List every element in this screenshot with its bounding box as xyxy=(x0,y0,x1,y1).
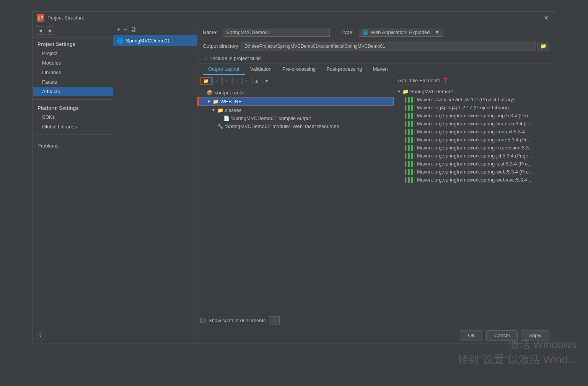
layout-up-button[interactable]: ▲ xyxy=(252,77,261,85)
avail-item-3[interactable]: ▌▌▌ Maven: org.springframework:spring-be… xyxy=(394,120,555,128)
artifact-icon: 🌐 xyxy=(117,37,124,44)
maven-icon-6: ▌▌▌ xyxy=(405,145,415,151)
tree-label-output-root: <output root> xyxy=(214,90,244,96)
tab-output-layout[interactable]: Output Layout xyxy=(203,64,245,75)
output-root-icon: 📦 xyxy=(207,90,213,96)
avail-group-springmvcdemo01[interactable]: ▼ 📁 SpringMVCDemo01 xyxy=(394,88,555,96)
output-dir-label: Output directory: xyxy=(203,43,239,49)
available-help-icon[interactable]: ❓ xyxy=(442,78,448,83)
include-in-build-checkbox[interactable] xyxy=(203,56,208,61)
layout-remove-button[interactable]: − xyxy=(232,77,241,85)
tab-validation[interactable]: Validation xyxy=(245,64,277,75)
sidebar-item-artifacts[interactable]: Artifacts xyxy=(33,87,113,96)
layout-down-button[interactable]: ▼ xyxy=(262,77,271,85)
sidebar-item-modules[interactable]: Modules xyxy=(33,58,113,68)
layout-sort-button[interactable]: ↕ xyxy=(242,77,251,85)
output-dir-row: Output directory: 📁 xyxy=(197,39,555,53)
avail-item-label-5: Maven: org.springframework:spring-core:5… xyxy=(417,137,531,143)
window-body: ◀ ▶ Project Settings Project Modules Lib… xyxy=(33,24,555,344)
tree-item-compile-output[interactable]: 📄 'SpringMVCDemo01' compile output xyxy=(197,114,394,122)
webinf-icon: 📁 xyxy=(213,99,219,104)
project-settings-header: Project Settings xyxy=(33,37,113,49)
classes-arrow[interactable]: ▼ xyxy=(211,108,216,112)
sidebar-item-facets[interactable]: Facets xyxy=(33,77,113,87)
tree-item-classes[interactable]: ▼ 📁 classes xyxy=(197,106,394,114)
close-button[interactable]: ✕ xyxy=(541,13,551,22)
layout-tree-panel: 📁 ≡ + − ↕ ▲ ▼ 📦 <output root> xyxy=(197,75,394,327)
sidebar-item-libraries[interactable]: Libraries xyxy=(33,68,113,77)
tree-item-webinf[interactable]: ▼ 📁 WEB-INF xyxy=(197,97,394,106)
layout-tree: 📦 <output root> ▼ 📁 WEB-INF ▼ 📁 xyxy=(197,87,394,314)
layout-add-button[interactable]: + xyxy=(222,77,231,85)
avail-item-2[interactable]: ▌▌▌ Maven: org.springframework:spring-ao… xyxy=(394,112,555,120)
svg-rect-0 xyxy=(38,16,40,18)
cancel-button[interactable]: Cancel xyxy=(486,330,518,341)
artifact-item-springmvcdemo01[interactable]: 🌐 SpringMVCDemo01 xyxy=(113,35,197,46)
tabs-bar: Output Layout Validation Pre-processing … xyxy=(197,64,555,75)
back-button[interactable]: ◀ xyxy=(36,26,44,35)
avail-item-1[interactable]: ▌▌▌ Maven: log4j:log4j:1.2.17 (Project L… xyxy=(394,104,555,112)
maven-icon-0: ▌▌▌ xyxy=(405,97,415,102)
tree-item-output-root[interactable]: 📦 <output root> xyxy=(197,89,394,97)
type-value: Web Application: Exploded xyxy=(371,29,430,35)
avail-item-8[interactable]: ▌▌▌ Maven: org.springframework:spring-te… xyxy=(394,160,555,168)
tree-label-classes: classes xyxy=(225,107,241,113)
sidebar-item-global-libraries[interactable]: Global Libraries xyxy=(33,122,113,131)
svg-rect-3 xyxy=(41,18,43,20)
tab-maven[interactable]: Maven xyxy=(367,64,393,75)
output-dir-input[interactable] xyxy=(241,42,536,50)
add-artifact-button[interactable]: + xyxy=(116,26,122,33)
sidebar-item-sdks[interactable]: SDKs xyxy=(33,112,113,122)
tab-pre-processing[interactable]: Pre-processing xyxy=(277,64,321,75)
copy-artifact-button[interactable]: ⿻ xyxy=(129,26,138,33)
compile-icon: 📄 xyxy=(223,115,230,121)
avail-group-icon: 📁 xyxy=(402,89,409,94)
ok-button[interactable]: OK xyxy=(460,330,483,341)
avail-item-label-3: Maven: org.springframework:spring-beans:… xyxy=(417,121,533,127)
sidebar-item-project[interactable]: Project xyxy=(33,49,113,58)
layout-bottom-bar: Show content of elements ... xyxy=(197,314,394,327)
webinf-arrow[interactable]: ▼ xyxy=(207,99,211,104)
artifact-list-panel: + − ⿻ 🌐 SpringMVCDemo01 xyxy=(113,24,197,344)
sidebar-divider xyxy=(33,99,113,100)
artifact-item-label: SpringMVCDemo01 xyxy=(126,38,170,44)
main-content: Name: Type: 🌐 Web Application: Exploded … xyxy=(197,24,555,344)
create-dir-button[interactable]: 📁 xyxy=(200,77,212,85)
bottom-bar: OK Cancel Apply xyxy=(197,327,555,344)
name-type-row: Name: Type: 🌐 Web Application: Exploded … xyxy=(197,24,555,39)
maven-icon-2: ▌▌▌ xyxy=(405,113,415,118)
classes-icon: 📁 xyxy=(217,107,223,113)
maven-icon-5: ▌▌▌ xyxy=(405,137,415,143)
web-facet-icon: 🔧 xyxy=(217,123,223,129)
tree-item-web-facet[interactable]: 🔧 'SpringMVCDemo01' module: 'Web' facet … xyxy=(197,122,394,130)
avail-item-label-9: Maven: org.springframework:spring-web:5.… xyxy=(417,169,533,175)
avail-item-label-4: Maven: org.springframework:spring-contex… xyxy=(417,129,531,135)
avail-item-label-6: Maven: org.springframework:spring-expres… xyxy=(417,145,533,151)
forward-button[interactable]: ▶ xyxy=(46,26,54,35)
type-select[interactable]: 🌐 Web Application: Exploded ▼ xyxy=(359,28,443,37)
avail-item-6[interactable]: ▌▌▌ Maven: org.springframework:spring-ex… xyxy=(394,144,555,152)
available-elements-label: Available Elements xyxy=(398,78,440,83)
output-dir-browse-button[interactable]: 📁 xyxy=(538,42,549,50)
apply-button[interactable]: Apply xyxy=(521,330,549,341)
include-in-build-row: Include in project build xyxy=(197,53,555,64)
maven-icon-3: ▌▌▌ xyxy=(405,121,415,127)
maven-icon-7: ▌▌▌ xyxy=(405,153,415,159)
avail-item-10[interactable]: ▌▌▌ Maven: org.springframework:spring-we… xyxy=(394,176,555,184)
available-elements-header: Available Elements ❓ xyxy=(394,75,555,86)
show-content-options-button[interactable]: ... xyxy=(269,316,280,324)
help-button[interactable]: ? xyxy=(36,332,44,341)
name-input[interactable] xyxy=(223,28,330,37)
avail-item-0[interactable]: ▌▌▌ Maven: javax.servlet:jstl:1.2 (Proje… xyxy=(394,96,555,104)
avail-item-9[interactable]: ▌▌▌ Maven: org.springframework:spring-we… xyxy=(394,168,555,176)
remove-artifact-button[interactable]: − xyxy=(122,26,129,33)
layout-bars-button[interactable]: ≡ xyxy=(212,77,222,85)
tree-label-compile-output: 'SpringMVCDemo01' compile output xyxy=(231,115,311,121)
avail-item-7[interactable]: ▌▌▌ Maven: org.springframework:spring-jc… xyxy=(394,152,555,160)
tab-post-processing[interactable]: Post-processing xyxy=(321,64,367,75)
show-content-checkbox[interactable] xyxy=(200,318,205,323)
avail-item-5[interactable]: ▌▌▌ Maven: org.springframework:spring-co… xyxy=(394,136,555,144)
sidebar-item-problems[interactable]: Problems xyxy=(33,141,113,151)
avail-item-4[interactable]: ▌▌▌ Maven: org.springframework:spring-co… xyxy=(394,128,555,136)
tree-label-webinf: WEB-INF xyxy=(220,99,241,104)
